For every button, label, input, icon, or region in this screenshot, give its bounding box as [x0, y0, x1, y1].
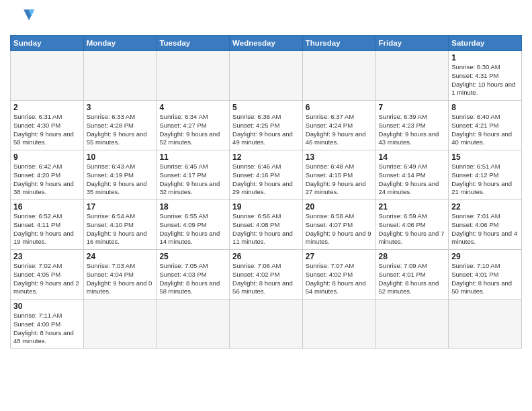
- day-number: 5: [232, 103, 300, 112]
- logo-icon: [10, 7, 34, 31]
- calendar-cell: 26Sunrise: 7:06 AM Sunset: 4:02 PM Dayli…: [230, 250, 303, 300]
- calendar-cell: 7Sunrise: 6:39 AM Sunset: 4:23 PM Daylig…: [375, 101, 449, 150]
- day-info: Sunrise: 6:46 AM Sunset: 4:16 PM Dayligh…: [232, 163, 300, 197]
- calendar-week-row: 16Sunrise: 6:52 AM Sunset: 4:11 PM Dayli…: [11, 200, 522, 250]
- day-info: Sunrise: 7:01 AM Sunset: 4:06 PM Dayligh…: [451, 212, 519, 246]
- day-info: Sunrise: 6:36 AM Sunset: 4:25 PM Dayligh…: [232, 113, 300, 147]
- day-number: 27: [306, 252, 373, 261]
- day-info: Sunrise: 6:40 AM Sunset: 4:21 PM Dayligh…: [451, 113, 519, 147]
- calendar-cell: 9Sunrise: 6:42 AM Sunset: 4:20 PM Daylig…: [11, 150, 84, 200]
- day-number: 12: [232, 152, 300, 162]
- logo: [10, 7, 37, 31]
- day-info: Sunrise: 6:30 AM Sunset: 4:31 PM Dayligh…: [451, 63, 519, 97]
- weekday-header-sunday: Sunday: [11, 36, 84, 51]
- day-number: 10: [87, 152, 154, 162]
- calendar-cell: 2Sunrise: 6:31 AM Sunset: 4:30 PM Daylig…: [11, 101, 84, 150]
- day-number: 19: [232, 202, 300, 212]
- calendar-week-row: 30Sunrise: 7:11 AM Sunset: 4:00 PM Dayli…: [11, 300, 522, 349]
- calendar-cell: 13Sunrise: 6:48 AM Sunset: 4:15 PM Dayli…: [302, 150, 375, 200]
- day-info: Sunrise: 7:05 AM Sunset: 4:03 PM Dayligh…: [159, 262, 226, 296]
- calendar-cell: [375, 300, 449, 349]
- day-number: 15: [451, 152, 519, 162]
- calendar-cell: 1Sunrise: 6:30 AM Sunset: 4:31 PM Daylig…: [449, 51, 522, 101]
- calendar-cell: [230, 51, 303, 101]
- day-number: 2: [13, 103, 81, 112]
- calendar-cell: [375, 51, 449, 101]
- calendar-cell: 23Sunrise: 7:02 AM Sunset: 4:05 PM Dayli…: [11, 250, 84, 300]
- day-info: Sunrise: 6:48 AM Sunset: 4:15 PM Dayligh…: [306, 163, 373, 197]
- calendar-cell: 12Sunrise: 6:46 AM Sunset: 4:16 PM Dayli…: [230, 150, 303, 200]
- weekday-header-row: SundayMondayTuesdayWednesdayThursdayFrid…: [11, 36, 522, 51]
- weekday-header-monday: Monday: [83, 36, 157, 51]
- day-info: Sunrise: 6:55 AM Sunset: 4:09 PM Dayligh…: [159, 212, 226, 246]
- day-info: Sunrise: 6:54 AM Sunset: 4:10 PM Dayligh…: [87, 212, 154, 246]
- calendar-cell: 22Sunrise: 7:01 AM Sunset: 4:06 PM Dayli…: [449, 200, 522, 250]
- weekday-header-wednesday: Wednesday: [230, 36, 303, 51]
- calendar-cell: 10Sunrise: 6:43 AM Sunset: 4:19 PM Dayli…: [83, 150, 157, 200]
- calendar-cell: 29Sunrise: 7:10 AM Sunset: 4:01 PM Dayli…: [449, 250, 522, 300]
- page: SundayMondayTuesdayWednesdayThursdayFrid…: [0, 0, 532, 411]
- calendar-cell: 6Sunrise: 6:37 AM Sunset: 4:24 PM Daylig…: [302, 101, 375, 150]
- day-number: 3: [87, 103, 154, 112]
- calendar-cell: [302, 51, 375, 101]
- calendar-cell: 14Sunrise: 6:49 AM Sunset: 4:14 PM Dayli…: [375, 150, 449, 200]
- day-number: 7: [379, 103, 446, 112]
- calendar-cell: [157, 51, 230, 101]
- calendar-cell: 4Sunrise: 6:34 AM Sunset: 4:27 PM Daylig…: [157, 101, 230, 150]
- day-info: Sunrise: 6:49 AM Sunset: 4:14 PM Dayligh…: [379, 163, 446, 197]
- calendar-cell: 18Sunrise: 6:55 AM Sunset: 4:09 PM Dayli…: [157, 200, 230, 250]
- weekday-header-thursday: Thursday: [302, 36, 375, 51]
- day-info: Sunrise: 7:07 AM Sunset: 4:02 PM Dayligh…: [306, 262, 373, 296]
- day-number: 6: [306, 103, 373, 112]
- day-number: 21: [379, 202, 446, 212]
- day-number: 16: [13, 202, 81, 212]
- calendar-cell: 5Sunrise: 6:36 AM Sunset: 4:25 PM Daylig…: [230, 101, 303, 150]
- day-number: 22: [451, 202, 519, 212]
- calendar-cell: 17Sunrise: 6:54 AM Sunset: 4:10 PM Dayli…: [83, 200, 157, 250]
- day-info: Sunrise: 6:33 AM Sunset: 4:28 PM Dayligh…: [87, 113, 154, 147]
- day-number: 1: [451, 53, 519, 62]
- weekday-header-friday: Friday: [375, 36, 449, 51]
- day-info: Sunrise: 6:42 AM Sunset: 4:20 PM Dayligh…: [13, 163, 81, 197]
- calendar-cell: [302, 300, 375, 349]
- calendar-week-row: 9Sunrise: 6:42 AM Sunset: 4:20 PM Daylig…: [11, 150, 522, 200]
- calendar-cell: 15Sunrise: 6:51 AM Sunset: 4:12 PM Dayli…: [449, 150, 522, 200]
- calendar-cell: [83, 300, 157, 349]
- calendar-cell: [157, 300, 230, 349]
- day-number: 24: [87, 252, 154, 261]
- calendar-cell: [83, 51, 157, 101]
- day-number: 8: [451, 103, 519, 112]
- day-number: 4: [159, 103, 226, 112]
- calendar-cell: 24Sunrise: 7:03 AM Sunset: 4:04 PM Dayli…: [83, 250, 157, 300]
- weekday-header-tuesday: Tuesday: [157, 36, 230, 51]
- day-info: Sunrise: 6:58 AM Sunset: 4:07 PM Dayligh…: [306, 212, 373, 246]
- day-info: Sunrise: 6:52 AM Sunset: 4:11 PM Dayligh…: [13, 212, 81, 246]
- day-number: 14: [379, 152, 446, 162]
- header: [10, 7, 522, 31]
- day-number: 28: [379, 252, 446, 261]
- day-number: 25: [159, 252, 226, 261]
- day-number: 9: [13, 152, 81, 162]
- calendar-cell: 3Sunrise: 6:33 AM Sunset: 4:28 PM Daylig…: [83, 101, 157, 150]
- day-info: Sunrise: 7:03 AM Sunset: 4:04 PM Dayligh…: [87, 262, 154, 296]
- day-number: 23: [13, 252, 81, 261]
- day-info: Sunrise: 6:45 AM Sunset: 4:17 PM Dayligh…: [159, 163, 226, 197]
- day-info: Sunrise: 7:06 AM Sunset: 4:02 PM Dayligh…: [232, 262, 300, 296]
- day-info: Sunrise: 7:02 AM Sunset: 4:05 PM Dayligh…: [13, 262, 81, 296]
- day-number: 18: [159, 202, 226, 212]
- calendar-week-row: 23Sunrise: 7:02 AM Sunset: 4:05 PM Dayli…: [11, 250, 522, 300]
- day-info: Sunrise: 6:56 AM Sunset: 4:08 PM Dayligh…: [232, 212, 300, 246]
- day-info: Sunrise: 7:09 AM Sunset: 4:01 PM Dayligh…: [379, 262, 446, 296]
- calendar-cell: 8Sunrise: 6:40 AM Sunset: 4:21 PM Daylig…: [449, 101, 522, 150]
- day-number: 20: [306, 202, 373, 212]
- day-number: 17: [87, 202, 154, 212]
- calendar-cell: 28Sunrise: 7:09 AM Sunset: 4:01 PM Dayli…: [375, 250, 449, 300]
- calendar-cell: 20Sunrise: 6:58 AM Sunset: 4:07 PM Dayli…: [302, 200, 375, 250]
- day-info: Sunrise: 6:43 AM Sunset: 4:19 PM Dayligh…: [87, 163, 154, 197]
- day-info: Sunrise: 6:51 AM Sunset: 4:12 PM Dayligh…: [451, 163, 519, 197]
- calendar-cell: [449, 300, 522, 349]
- day-number: 30: [13, 302, 81, 311]
- weekday-header-saturday: Saturday: [449, 36, 522, 51]
- day-info: Sunrise: 6:34 AM Sunset: 4:27 PM Dayligh…: [159, 113, 226, 147]
- calendar-cell: 16Sunrise: 6:52 AM Sunset: 4:11 PM Dayli…: [11, 200, 84, 250]
